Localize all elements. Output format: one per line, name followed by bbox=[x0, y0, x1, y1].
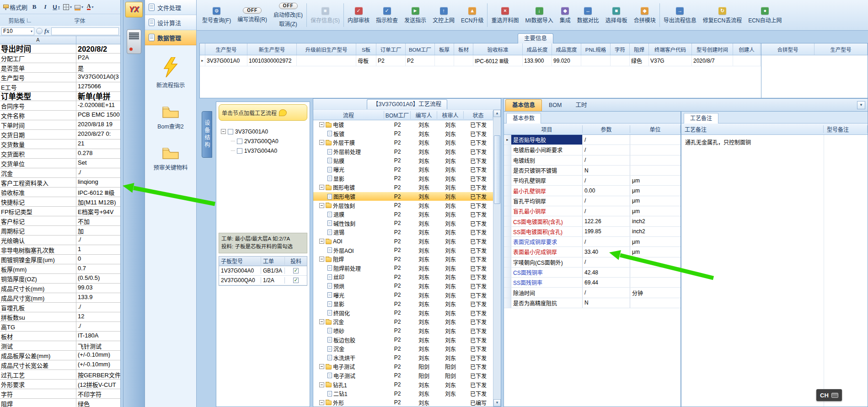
param-value-cell[interactable]: 122.26 bbox=[583, 216, 630, 226]
collapse-toggle[interactable] bbox=[319, 140, 324, 145]
scroll-up-button[interactable] bbox=[493, 110, 501, 117]
collapse-toggle[interactable] bbox=[319, 382, 324, 387]
tool-bom-query[interactable]: Bom查询2 bbox=[157, 106, 184, 130]
subboard-model-cell[interactable]: 2V37G00QA0 bbox=[219, 277, 261, 284]
property-row[interactable]: 客户工程资料录入 linqiong bbox=[0, 178, 120, 187]
property-label-cell[interactable]: 外形要求 bbox=[0, 380, 76, 389]
property-label-cell[interactable]: 光绘确认 bbox=[0, 236, 76, 245]
btn-mi-import[interactable]: ↓ MI数据导入 bbox=[522, 5, 556, 26]
property-value-cell[interactable]: ./ bbox=[76, 236, 120, 245]
param-value-cell[interactable]: 42.48 bbox=[583, 268, 630, 277]
property-value-cell[interactable]: -2.02008E+11 bbox=[76, 101, 120, 110]
machine-icon[interactable] bbox=[127, 29, 141, 54]
property-value-cell[interactable]: 2020/8/2 bbox=[76, 44, 120, 53]
grid-cell[interactable] bbox=[733, 55, 761, 66]
collapse-toggle[interactable] bbox=[319, 257, 324, 262]
电子测试[interactable]: 电子测试 P2 阳剑 阳剑 已下发 bbox=[313, 371, 493, 380]
grid-cell[interactable]: 133.900 bbox=[523, 55, 552, 66]
显影[interactable]: 显影 P2 刘东 刘东 已下发 bbox=[313, 174, 493, 183]
grid-cell[interactable] bbox=[581, 55, 611, 66]
tab-main-info[interactable]: 主要信息 bbox=[518, 33, 553, 43]
param-value-cell[interactable]: / bbox=[583, 196, 630, 206]
tab-structure-vertical[interactable]: 设备结构 bbox=[202, 111, 212, 158]
外层AOI[interactable]: 外层AOI P2 刘东 刘东 已下发 bbox=[313, 246, 493, 255]
param-item-cell[interactable]: 是否贴导电胶 bbox=[511, 135, 583, 145]
collapse-toggle[interactable] bbox=[319, 319, 324, 324]
外层干膜[interactable]: 外层干膜 P2 刘东 刘东 已下发 bbox=[313, 138, 493, 147]
cell-name-box[interactable]: F10▾ bbox=[1, 27, 34, 35]
property-label-cell[interactable]: 过孔工艺 bbox=[0, 370, 76, 379]
property-label-cell[interactable]: 客户标记 bbox=[0, 216, 76, 225]
column-header[interactable]: 终端客户代码 bbox=[649, 43, 692, 55]
dialog-launcher-icon[interactable] bbox=[27, 18, 31, 22]
btn-integrate[interactable]: ◆ 集成 bbox=[557, 5, 573, 26]
btn-export-flow[interactable]: → 导出流程信息 bbox=[661, 5, 699, 26]
btn-save-info[interactable]: ■ 保存信息(S) bbox=[308, 5, 343, 26]
tab-basic-params[interactable]: 基本参数 bbox=[506, 113, 541, 123]
退膜[interactable]: 退膜 P2 刘东 刘东 已下发 bbox=[313, 210, 493, 219]
property-label-cell[interactable]: 字符 bbox=[0, 389, 76, 398]
property-row[interactable]: 交货数量 21 bbox=[0, 139, 120, 149]
沉金[interactable]: 沉金 P2 刘东 刘东 已下发 bbox=[313, 317, 493, 327]
param-row[interactable]: 是否贴导电胶 / bbox=[504, 135, 680, 145]
property-value-cell[interactable]: 不加 bbox=[76, 216, 120, 225]
grid-cell[interactable]: IPC-6012 Ⅲ级 bbox=[473, 55, 523, 66]
ime-indicator[interactable]: CH bbox=[816, 389, 842, 401]
btn-internal-audit[interactable]: ✓ 内部审核 bbox=[345, 5, 372, 26]
tab-overflow-dropdown[interactable] bbox=[857, 101, 865, 109]
property-value-cell[interactable]: 12 bbox=[76, 312, 120, 321]
property-row[interactable]: 分配工厂 P2A bbox=[0, 54, 120, 63]
param-value-cell[interactable]: / bbox=[583, 135, 630, 145]
property-value-cell[interactable]: ./ bbox=[76, 322, 120, 331]
collapse-toggle[interactable] bbox=[319, 364, 324, 369]
grid-cell[interactable]: 2020/8/7 bbox=[692, 55, 733, 66]
grid-cell[interactable] bbox=[435, 55, 454, 66]
property-row[interactable]: 盲埋孔板 ./ bbox=[0, 303, 120, 312]
grid-cell[interactable]: P2 bbox=[376, 55, 406, 66]
param-value-cell[interactable]: / bbox=[583, 155, 630, 165]
property-value-cell[interactable]: 按GERBER文件 bbox=[76, 370, 120, 379]
预烘[interactable]: 预烘 P2 刘东 刘东 已下发 bbox=[313, 282, 493, 291]
grid-cell[interactable]: 3V37G001A0 bbox=[205, 55, 247, 66]
property-value-cell[interactable]: 99.03 bbox=[76, 284, 120, 293]
property-row[interactable]: 测试 飞针测试 bbox=[0, 341, 120, 351]
property-row[interactable]: 成品尺寸宽(mm) 133.9 bbox=[0, 293, 120, 303]
property-label-cell[interactable]: 成品尺寸宽(mm) bbox=[0, 293, 76, 302]
param-item-cell[interactable]: 字唛朝向(CS面朝外) bbox=[511, 257, 583, 267]
property-label-cell[interactable]: 铜箔厚度(OZ) bbox=[0, 274, 76, 283]
param-row[interactable]: CS面电镀面积(含孔) 122.26 inch2 bbox=[504, 216, 680, 226]
property-label-cell[interactable]: 合同序号 bbox=[0, 101, 76, 110]
param-value-cell[interactable]: 0.00 bbox=[583, 186, 630, 195]
checkbox[interactable] bbox=[228, 129, 233, 134]
阻焊[interactable]: 阻焊 P2 刘东 刘东 已下发 bbox=[313, 255, 493, 264]
水洗烘干[interactable]: 水洗烘干 P2 刘东 刘东 已下发 bbox=[313, 353, 493, 362]
property-value-cell[interactable]: (+/-0.10mm) bbox=[76, 351, 120, 360]
property-value-cell[interactable]: 0.278 bbox=[76, 149, 120, 158]
column-header[interactable]: 成品长度 bbox=[523, 43, 552, 55]
tree-node[interactable]: 1V37G004A0 bbox=[231, 146, 308, 155]
param-item-cell[interactable]: CS面残铜率 bbox=[511, 268, 583, 277]
param-value-cell[interactable]: 33.40 bbox=[583, 247, 630, 257]
property-label-cell[interactable]: 图镀铜镍金厚度(um) bbox=[0, 255, 76, 264]
property-label-cell[interactable]: 板材 bbox=[0, 332, 76, 341]
property-row[interactable]: 图镀铜镍金厚度(um) 0 bbox=[0, 255, 120, 264]
btn-reselect-cutting[interactable]: × 重选开料图 bbox=[488, 5, 521, 26]
tree-node[interactable]: 2V37G00QA0 bbox=[231, 136, 308, 146]
property-label-cell[interactable]: 生产型号 bbox=[0, 73, 76, 82]
property-row[interactable]: 光绘确认 ./ bbox=[0, 236, 120, 245]
property-row[interactable]: 快捷标记 加(M11 M12B) bbox=[0, 197, 120, 207]
property-row[interactable]: 合同序号 -2.02008E+11 bbox=[0, 101, 120, 111]
param-row[interactable]: 盲孔最小铜厚 / μm bbox=[504, 206, 680, 216]
fill-color-button[interactable]: ▾ bbox=[74, 2, 84, 12]
btn-write-flow[interactable]: OFF 编写流程(R) bbox=[235, 5, 270, 25]
collapse-toggle[interactable] bbox=[319, 400, 324, 405]
grid-cell[interactable]: V37G bbox=[649, 55, 692, 66]
subboard-order-cell[interactable]: GB1/3A bbox=[261, 268, 285, 274]
param-item-cell[interactable]: 电镀线别 bbox=[511, 155, 583, 165]
param-item-cell[interactable]: CS面电镀面积(含孔) bbox=[511, 216, 583, 226]
param-value-cell[interactable]: / bbox=[583, 237, 630, 246]
column-header[interactable]: 新生产型号 bbox=[247, 43, 297, 55]
scrollbar[interactable] bbox=[493, 110, 501, 407]
grid-cell[interactable] bbox=[611, 55, 630, 66]
collapse-toggle[interactable] bbox=[319, 122, 324, 127]
